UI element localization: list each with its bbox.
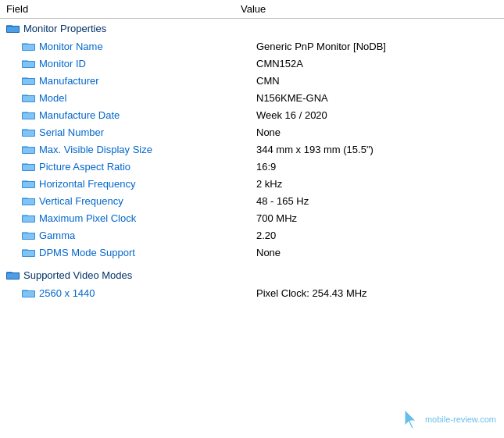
value-cell: None bbox=[256, 126, 498, 138]
field-column-header: Field bbox=[6, 3, 241, 15]
watermark: mobile-review.com bbox=[400, 408, 496, 430]
field-label: Horizontal Frequency bbox=[39, 178, 136, 190]
table-row[interactable]: Maximum Pixel Clock 700 MHz bbox=[0, 209, 504, 226]
svg-rect-31 bbox=[23, 148, 34, 153]
value-cell: Week 16 / 2020 bbox=[256, 109, 498, 121]
main-container: Field Value Monitor Properties Monitor N… bbox=[0, 0, 504, 438]
field-cell: Model bbox=[22, 92, 256, 104]
value-cell: 2.20 bbox=[256, 230, 498, 241]
supported-video-modes-group-field: Supported Video Modes bbox=[6, 269, 241, 281]
folder-icon bbox=[22, 178, 36, 189]
field-label: Maximum Pixel Clock bbox=[39, 212, 136, 224]
value-cell: 2 kHz bbox=[256, 178, 498, 190]
svg-rect-23 bbox=[23, 113, 34, 119]
svg-rect-7 bbox=[23, 45, 34, 50]
folder-icon bbox=[22, 58, 36, 69]
folder-icon bbox=[22, 212, 36, 223]
folder-icon bbox=[22, 144, 36, 155]
svg-rect-19 bbox=[23, 96, 34, 101]
table-row[interactable]: DPMS Mode Support None bbox=[0, 244, 504, 261]
watermark-text: mobile-review.com bbox=[425, 415, 496, 424]
svg-rect-35 bbox=[23, 165, 34, 170]
folder-icon bbox=[22, 230, 36, 240]
monitor-properties-group-label: Monitor Properties bbox=[23, 23, 106, 34]
svg-rect-11 bbox=[23, 62, 34, 67]
table-row[interactable]: Model N156KME-GNA bbox=[0, 89, 504, 106]
table-row[interactable]: Gamma 2.20 bbox=[0, 226, 504, 244]
svg-rect-47 bbox=[23, 216, 34, 222]
table-row[interactable]: Picture Aspect Ratio 16:9 bbox=[0, 158, 504, 175]
table-row[interactable]: Serial Number None bbox=[0, 123, 504, 141]
value-cell: Generic PnP Monitor [NoDB] bbox=[256, 41, 498, 52]
folder-icon bbox=[22, 41, 36, 52]
folder-icon bbox=[22, 161, 36, 172]
field-label: Monitor ID bbox=[39, 58, 86, 69]
field-label: Monitor Name bbox=[39, 41, 103, 52]
supported-video-modes-group-label: Supported Video Modes bbox=[23, 269, 132, 281]
monitor-properties-group-field: Monitor Properties bbox=[6, 23, 241, 34]
folder-icon bbox=[22, 247, 36, 258]
field-cell: Monitor ID bbox=[22, 58, 256, 69]
folder-icon bbox=[22, 126, 36, 137]
table-row[interactable]: Monitor ID CMN152A bbox=[0, 55, 504, 72]
folder-icon bbox=[22, 195, 36, 206]
table-row[interactable]: Monitor Name Generic PnP Monitor [NoDB] bbox=[0, 37, 504, 55]
value-cell: 48 - 165 Hz bbox=[256, 195, 498, 207]
field-cell: Manufacture Date bbox=[22, 109, 256, 121]
field-cell: Monitor Name bbox=[22, 41, 256, 52]
field-label: Serial Number bbox=[39, 126, 104, 138]
field-label: 2560 x 1440 bbox=[39, 287, 95, 299]
svg-rect-63 bbox=[23, 291, 34, 297]
folder-icon bbox=[22, 92, 36, 103]
svg-rect-59 bbox=[7, 273, 19, 279]
value-cell: CMN bbox=[256, 75, 498, 87]
table-header: Field Value bbox=[0, 0, 504, 19]
table-row[interactable]: Horizontal Frequency 2 kHz bbox=[0, 175, 504, 192]
supported-video-modes-group-header[interactable]: Supported Video Modes bbox=[0, 265, 504, 284]
folder-icon bbox=[22, 75, 36, 86]
folder-icon bbox=[6, 23, 20, 34]
folder-icon bbox=[22, 109, 36, 120]
field-cell: Maximum Pixel Clock bbox=[22, 212, 256, 224]
field-label: Model bbox=[39, 92, 66, 104]
field-label: Gamma bbox=[39, 230, 75, 241]
table-row[interactable]: Vertical Frequency 48 - 165 Hz bbox=[0, 192, 504, 209]
table-row[interactable]: 2560 x 1440 Pixel Clock: 254.43 MHz bbox=[0, 284, 504, 301]
field-label: Max. Visible Display Size bbox=[39, 144, 152, 155]
field-cell: Manufacturer bbox=[22, 75, 256, 87]
svg-marker-64 bbox=[405, 410, 416, 429]
field-cell: Gamma bbox=[22, 230, 256, 241]
table-row[interactable]: Manufacture Date Week 16 / 2020 bbox=[0, 106, 504, 123]
folder-icon bbox=[22, 287, 36, 298]
field-cell: Serial Number bbox=[22, 126, 256, 138]
svg-rect-15 bbox=[23, 79, 34, 84]
value-cell: 344 mm x 193 mm (15.5") bbox=[256, 144, 498, 155]
table-row[interactable]: Manufacturer CMN bbox=[0, 72, 504, 89]
value-cell: N156KME-GNA bbox=[256, 92, 498, 104]
field-cell: 2560 x 1440 bbox=[22, 287, 256, 299]
cursor-icon bbox=[400, 408, 422, 430]
folder-icon bbox=[6, 269, 20, 280]
svg-rect-3 bbox=[7, 27, 19, 32]
field-cell: DPMS Mode Support bbox=[22, 247, 256, 258]
svg-rect-51 bbox=[23, 233, 34, 239]
field-label: Vertical Frequency bbox=[39, 195, 123, 207]
svg-rect-43 bbox=[23, 199, 34, 205]
table-row[interactable]: Max. Visible Display Size 344 mm x 193 m… bbox=[0, 141, 504, 158]
value-cell: CMN152A bbox=[256, 58, 498, 69]
field-label: Manufacturer bbox=[39, 75, 99, 87]
value-column-header: Value bbox=[241, 3, 498, 15]
field-cell: Max. Visible Display Size bbox=[22, 144, 256, 155]
field-label: Manufacture Date bbox=[39, 109, 120, 121]
field-cell: Vertical Frequency bbox=[22, 195, 256, 207]
monitor-properties-group-header[interactable]: Monitor Properties bbox=[0, 19, 504, 37]
svg-rect-55 bbox=[23, 251, 34, 256]
value-cell: 700 MHz bbox=[256, 212, 498, 224]
svg-rect-39 bbox=[23, 182, 34, 187]
field-cell: Picture Aspect Ratio bbox=[22, 161, 256, 173]
value-cell: 16:9 bbox=[256, 161, 498, 173]
field-cell: Horizontal Frequency bbox=[22, 178, 256, 190]
field-label: DPMS Mode Support bbox=[39, 247, 135, 258]
field-label: Picture Aspect Ratio bbox=[39, 161, 130, 173]
tree-content: Monitor Properties Monitor Name Generic … bbox=[0, 19, 504, 301]
